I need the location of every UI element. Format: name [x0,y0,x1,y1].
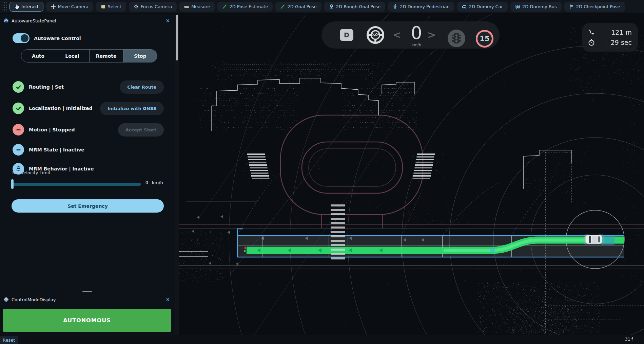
status-row: Routing | SetClear Route [13,80,164,94]
slider-handle[interactable] [11,179,14,189]
route-remaining-panel: 121 m 29 sec [582,23,638,52]
green-arrow-icon [280,4,285,9]
status-label: Localization | Initialized [29,106,93,111]
close-icon[interactable]: × [165,295,170,304]
autoware-control-row: Autoware Control [13,33,81,43]
autoware-logo-icon [3,18,9,23]
tool-button-2d-pose-estimate[interactable]: 2D Pose Estimate [217,2,273,12]
hand-icon [14,4,19,9]
clear-route-button[interactable]: Clear Route [120,80,164,94]
remaining-distance: 121 m [595,29,632,36]
mode-segment-stop[interactable]: Stop [123,50,157,62]
mode-segment-local[interactable]: Local [55,50,89,62]
scrollbar-thumb[interactable] [176,15,178,60]
signal-red-marker [245,247,246,249]
panel-title: AutowareStatePanel [12,18,56,23]
tool-button-2d-dummy-car[interactable]: 2D Dummy Car [457,2,508,12]
tool-button-measure[interactable]: Measure [179,2,215,12]
tool-button-focus-camera[interactable]: Focus Camera [129,2,177,12]
tool-button-label: 2D Dummy Car [469,4,503,9]
speed-limit-badge: 15 [476,30,493,48]
timer-icon [588,39,595,46]
tool-button-label: Move Camera [58,4,89,9]
tool-button-label: Measure [191,4,210,9]
autoware-control-label: Autoware Control [34,36,81,41]
set-emergency-button[interactable]: Set Emergency [12,199,164,213]
rviz-window: InteractMove CameraSelectFocus CameraMea… [0,0,644,344]
tool-button-2d-dummy-pedestrian[interactable]: 2D Dummy Pedestrian [388,2,454,12]
status-label: MRM Behavior | Inactive [29,166,94,171]
move-icon [51,4,56,9]
tool-button-label: 2D Checkpoint Pose [576,4,620,9]
traffic-light-icon [448,30,465,47]
gear-indicator: D [340,29,353,41]
status-label: Routing | Set [29,84,64,90]
tool-button-label: 2D Pose Estimate [229,4,268,9]
mode-segment-auto[interactable]: Auto [21,50,55,62]
stairs-right [413,153,435,179]
control-mode-indicator[interactable]: AUTONOMOUS [3,309,171,332]
tool-button-label: Focus Camera [141,4,172,9]
flag-icon [569,4,574,9]
initialize-with-gnss-button[interactable]: Initialize with GNSS [100,102,164,115]
velocity-limit-slider[interactable] [11,179,147,189]
remaining-time: 29 sec [595,39,632,46]
pedestrian-icon [393,4,398,9]
close-icon[interactable]: × [165,16,170,25]
status-ok-icon [13,103,24,114]
mode-segment-remote[interactable]: Remote [89,50,123,62]
status-row: MRM Behavior | Inactive [13,162,164,176]
ego-vehicle [584,234,603,245]
autoware-state-panel-header: AutowareStatePanel × [0,16,175,25]
select-box-icon [101,4,106,9]
accept-start-button[interactable]: Accept Start [118,123,164,137]
velocity-limit-value: 0 [140,180,148,185]
status-row: Localization | InitializedInitialize wit… [13,102,164,115]
status-inactive-icon [13,144,24,156]
chevron-right-icon: > [427,29,436,41]
map-pin-icon [329,4,334,9]
tool-button-move-camera[interactable]: Move Camera [46,2,93,12]
route-icon [588,29,595,36]
panel-splitter-handle[interactable] [82,291,92,292]
reset-button[interactable]: Reset [0,336,18,344]
tool-button-label: 2D Rough Goal Pose [336,4,381,9]
speed-value: 0 [405,23,428,43]
status-stopped-icon [13,124,24,135]
tool-button-2d-goal-pose[interactable]: 2D Goal Pose [275,2,321,12]
bus-icon [515,4,520,9]
slider-track[interactable] [12,183,141,186]
speed-unit-label: km/h [405,43,428,47]
status-label: Motion | Stopped [29,127,75,132]
tool-button-label: Select [108,4,121,9]
3d-map-view[interactable]: D 0.0° < 0 km/h > 15 [179,14,644,335]
tool-button-2d-rough-goal-pose[interactable]: 2D Rough Goal Pose [324,2,386,12]
tool-button-label: 2D Dummy Pedestrian [400,4,449,9]
plugin-diamond-icon [3,297,9,302]
autoware-control-toggle[interactable] [13,33,30,43]
focus-crosshair-icon [134,4,139,9]
tool-button-2d-dummy-bus[interactable]: 2D Dummy Bus [510,2,562,12]
car-icon [462,4,467,9]
chevron-left-icon: < [393,29,401,41]
tool-button-label: Interact [21,4,39,9]
toolbar-grip-handle[interactable] [1,2,7,12]
stairs-left [247,153,270,179]
tool-button-label: 2D Goal Pose [287,4,316,9]
tool-button-select[interactable]: Select [96,2,126,12]
tool-button-2d-checkpoint-pose[interactable]: 2D Checkpoint Pose [564,2,625,12]
control-mode-panel-header: ControlModeDisplay × [0,295,175,304]
status-ok-icon [13,81,24,93]
signal-green-marker [244,250,246,252]
tool-button-interact[interactable]: Interact [9,2,43,12]
operation-mode-segmented-control: AutoLocalRemoteStop [21,49,157,62]
tool-button-label: 2D Dummy Bus [522,4,557,9]
panel-scrollbar[interactable] [175,14,179,335]
status-inactive-car-icon [13,163,24,175]
vehicle-hud-cluster: D 0.0° < 0 km/h > 15 [321,21,500,49]
side-panel: AutowareStatePanel × Autoware Control Au… [0,14,175,335]
fps-counter: 31 f [625,337,633,342]
status-bar: Reset 31 f [0,335,644,344]
ruler-icon [184,4,189,9]
steering-angle-value: 0.0° [366,33,385,37]
